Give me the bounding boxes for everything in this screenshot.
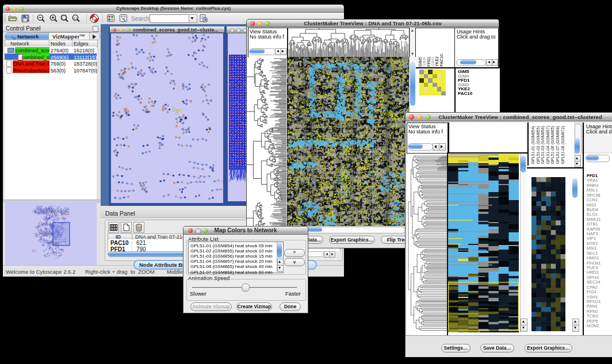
svg-text:1:1: 1:1 (74, 17, 78, 20)
